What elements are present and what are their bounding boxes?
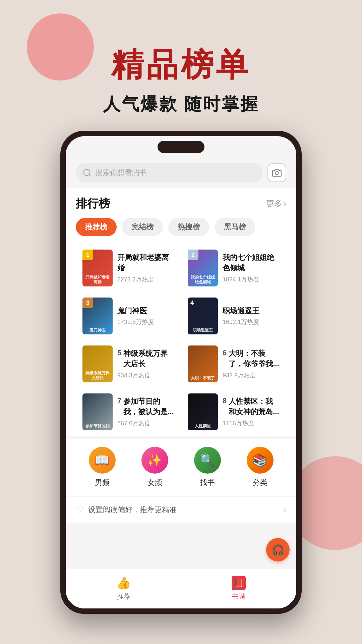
male-icon: 📖 [89,447,116,474]
list-item[interactable]: 神级系统万界大店长 5 神级系统万界大店长 934.3万热度 [76,340,181,388]
category-find[interactable]: 🔍 找书 [194,447,221,488]
bottom-nav: 👍 推荐 📕 书城 [66,568,296,608]
book-cover-8: 人性禁区 [188,393,218,430]
find-icon: 🔍 [194,447,221,474]
book-cover-2: 2 我的七个姐姐绝色倾城 [188,250,218,286]
bookstore-icon: 📕 [232,576,246,590]
audio-button[interactable]: 🎧 [266,538,290,561]
rankings-header: 排行榜 更多 › [76,196,286,211]
phone-inner: 搜索你想看的书 排行榜 更多 › [66,136,296,608]
nav-label-recommend: 推荐 [117,592,130,601]
book-heat-4: 1692.1万热度 [223,318,280,326]
recommend-icon: 👍 [116,576,131,590]
search-bar-area: 搜索你想看的书 [66,156,296,188]
book-cover-3: 3 鬼门神医 [82,298,113,334]
nav-label-bookstore: 书城 [232,592,245,601]
pref-arrow-icon: › [283,504,286,515]
category-female[interactable]: ✨ 女频 [141,447,168,488]
book-title-6: 大明：不装了，你爷爷我... [229,348,280,369]
book-title-4: 职场逍遥王 [223,306,280,316]
book-title-2: 我的七个姐姐绝色倾城 [223,253,280,273]
hero-subtitle: 人气爆款 随时掌握 [0,93,362,116]
categories-section: 📖 男频 ✨ 女频 🔍 找书 📚 分类 [66,439,296,496]
book-info-7: 7 参加节目的我，被认为是... 867.6万热度 [117,396,174,427]
find-label: 找书 [200,478,215,488]
camera-cutout [158,141,204,153]
list-item[interactable]: 3 鬼门神医 鬼门神医 1733.5万热度 [76,292,181,340]
svg-point-0 [84,169,90,176]
rankings-title: 排行榜 [76,196,110,211]
tab-recommend[interactable]: 推荐榜 [76,218,117,236]
list-item[interactable]: 人性禁区 8 人性禁区：我和女神的荒岛... 1116万热度 [181,388,286,436]
nav-item-recommend[interactable]: 👍 推荐 [66,569,181,608]
book-info-8: 8 人性禁区：我和女神的荒岛... 1116万热度 [223,396,280,427]
screen-content: 搜索你想看的书 排行榜 更多 › [66,156,296,608]
book-cover-4: 4 职场逍遥王 [188,298,218,334]
list-item[interactable]: 大明：不装了 6 大明：不装了，你爷爷我... 933.9万热度 [181,340,286,388]
svg-point-2 [275,172,278,175]
camera-icon-wrap[interactable] [267,163,286,182]
book-info-6: 6 大明：不装了，你爷爷我... 933.9万热度 [223,348,280,379]
hero-section: 精品榜单 人气爆款 随时掌握 [0,20,362,116]
rank-badge-1: 1 [82,250,93,260]
tab-pills: 推荐榜 完结榜 热搜榜 黑马榜 [76,218,286,236]
book-heat-6: 933.9万热度 [223,371,280,379]
book-info-1: 开局就和老婆离婚 2273.2万热度 [117,253,174,283]
book-heat-5: 934.3万热度 [117,371,174,379]
category-male[interactable]: 📖 男频 [89,447,116,488]
phone-frame: 搜索你想看的书 排行榜 更多 › [60,131,302,614]
rankings-section: 排行榜 更多 › 推荐榜 完结榜 热搜榜 黑马榜 [66,188,296,436]
heart-icon: ♡ [76,505,83,515]
book-heat-3: 1733.5万热度 [117,318,174,326]
book-info-2: 我的七个姐姐绝色倾城 1834.1万热度 [223,253,280,283]
book-heat-7: 867.6万热度 [117,419,174,427]
tab-dark-horse[interactable]: 黑马榜 [215,218,255,236]
rank-badge-3: 3 [82,298,93,308]
nav-item-bookstore[interactable]: 📕 书城 [181,569,296,608]
list-item[interactable]: 4 职场逍遥王 职场逍遥王 1692.1万热度 [181,292,286,340]
category-classify[interactable]: 📚 分类 [247,447,274,488]
tab-complete[interactable]: 完结榜 [122,218,163,236]
classify-icon: 📚 [247,447,274,474]
list-item[interactable]: 2 我的七个姐姐绝色倾城 我的七个姐姐绝色倾城 1834.1万热度 [181,244,286,292]
rank-badge-2: 2 [188,250,198,260]
classify-label: 分类 [253,478,267,488]
book-heat-2: 1834.1万热度 [223,275,280,283]
female-icon: ✨ [141,447,168,474]
search-input-wrap[interactable]: 搜索你想看的书 [76,163,263,182]
search-icon [82,168,92,177]
book-info-5: 5 神级系统万界大店长 934.3万热度 [117,348,174,379]
book-info-4: 职场逍遥王 1692.1万热度 [223,306,280,326]
book-cover-7: 参加节目的我 [82,393,113,430]
list-item[interactable]: 参加节目的我 7 参加节目的我，被认为是... 867.6万热度 [76,388,181,436]
book-heat-8: 1116万热度 [223,419,280,427]
book-grid: 1 开局就和老婆离婚 开局就和老婆离婚 2273.2万热度 2 我的七个姐姐绝色… [76,244,286,436]
tab-hot-search[interactable]: 热搜榜 [168,218,209,236]
hero-title: 精品榜单 [0,47,362,83]
female-label: 女频 [147,478,162,488]
book-cover-5: 神级系统万界大店长 [82,345,113,382]
rankings-more-btn[interactable]: 更多 › [266,198,286,209]
book-title-5: 神级系统万界大店长 [123,348,174,369]
book-cover-6: 大明：不装了 [188,345,218,382]
camera-icon [272,168,282,177]
preference-banner[interactable]: ♡ 设置阅读偏好，推荐更精准 › [66,497,296,523]
pref-left: ♡ 设置阅读偏好，推荐更精准 [76,505,177,515]
book-heat-1: 2273.2万热度 [117,275,174,283]
book-title-7: 参加节目的我，被认为是... [123,396,174,417]
list-item[interactable]: 1 开局就和老婆离婚 开局就和老婆离婚 2273.2万热度 [76,244,181,292]
male-label: 男频 [95,478,110,488]
book-title-1: 开局就和老婆离婚 [117,253,174,273]
book-cover-1: 1 开局就和老婆离婚 [82,250,113,286]
search-placeholder-text: 搜索你想看的书 [95,168,147,178]
svg-line-1 [89,174,90,176]
pref-text: 设置阅读偏好，推荐更精准 [88,505,177,515]
book-info-3: 鬼门神医 1733.5万热度 [117,306,174,326]
book-title-8: 人性禁区：我和女神的荒岛... [229,396,280,417]
book-title-3: 鬼门神医 [117,306,174,316]
